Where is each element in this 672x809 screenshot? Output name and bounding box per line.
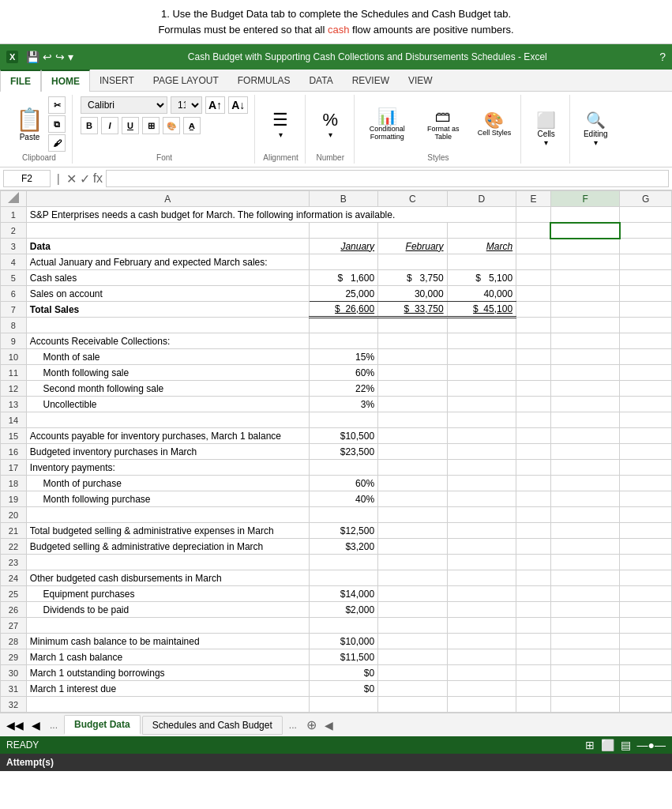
- cell-E9[interactable]: [516, 333, 551, 349]
- cell-G24[interactable]: [620, 570, 672, 586]
- cell-C13[interactable]: [378, 397, 447, 412]
- cell-G23[interactable]: [620, 555, 672, 570]
- tab-more-right[interactable]: ...: [284, 718, 302, 732]
- cell-C17[interactable]: [378, 460, 447, 476]
- cell-A18[interactable]: Month of purchase: [26, 476, 309, 491]
- cell-G6[interactable]: [620, 286, 672, 302]
- cell-E11[interactable]: [516, 365, 551, 381]
- cell-B28[interactable]: $10,000: [309, 634, 377, 649]
- cell-A17[interactable]: Inventory payments:: [26, 460, 309, 476]
- cell-D25[interactable]: [447, 586, 516, 602]
- cell-C23[interactable]: [378, 555, 447, 570]
- help-icon[interactable]: ?: [659, 51, 666, 63]
- confirm-formula-icon[interactable]: ✓: [80, 171, 90, 186]
- cell-E32[interactable]: [516, 697, 551, 713]
- cell-B17[interactable]: [309, 460, 377, 476]
- cell-A1[interactable]: S&P Enterprises needs a cash budget for …: [26, 207, 516, 223]
- cell-G10[interactable]: [620, 349, 672, 365]
- cell-F1[interactable]: [550, 207, 619, 223]
- cell-F8[interactable]: [550, 318, 619, 333]
- cell-E8[interactable]: [516, 318, 551, 333]
- cell-D28[interactable]: [447, 634, 516, 649]
- cell-C10[interactable]: [378, 349, 447, 365]
- editing-button[interactable]: 🔍 Editing ▾: [580, 109, 611, 149]
- cell-A11[interactable]: Month following sale: [26, 365, 309, 381]
- row-header-15[interactable]: 15: [1, 428, 27, 444]
- cell-A14[interactable]: [26, 412, 309, 428]
- alignment-button[interactable]: ☰ ▾: [269, 108, 291, 141]
- cell-F17[interactable]: [550, 460, 619, 476]
- cell-F32[interactable]: [550, 697, 619, 713]
- bold-button[interactable]: B: [81, 117, 98, 134]
- cell-E23[interactable]: [516, 555, 551, 570]
- cell-A27[interactable]: [26, 618, 309, 634]
- font-size-selector[interactable]: 11: [171, 96, 202, 114]
- cell-B6[interactable]: 25,000: [309, 286, 377, 302]
- cell-D18[interactable]: [447, 476, 516, 491]
- cell-C30[interactable]: [378, 665, 447, 681]
- cell-F26[interactable]: [550, 602, 619, 618]
- paste-button[interactable]: 📋 Paste: [13, 103, 47, 145]
- cell-A6[interactable]: Sales on account: [26, 286, 309, 302]
- cell-F11[interactable]: [550, 365, 619, 381]
- cell-G22[interactable]: [620, 539, 672, 555]
- cell-E30[interactable]: [516, 665, 551, 681]
- cell-G1[interactable]: [620, 207, 672, 223]
- cell-D10[interactable]: [447, 349, 516, 365]
- cell-D17[interactable]: [447, 460, 516, 476]
- cell-B31[interactable]: $0: [309, 681, 377, 697]
- cell-B3[interactable]: January: [309, 239, 377, 254]
- cell-D6[interactable]: 40,000: [447, 286, 516, 302]
- row-header-11[interactable]: 11: [1, 365, 27, 381]
- cell-F18[interactable]: [550, 476, 619, 491]
- cell-E14[interactable]: [516, 412, 551, 428]
- redo-icon[interactable]: ↪: [54, 51, 66, 63]
- cell-F19[interactable]: [550, 491, 619, 507]
- cell-A7[interactable]: Total Sales: [26, 302, 309, 318]
- cell-A24[interactable]: Other budgeted cash disbursements in Mar…: [26, 570, 309, 586]
- cell-F28[interactable]: [550, 634, 619, 649]
- cell-B4[interactable]: [309, 254, 377, 270]
- cell-B5[interactable]: $ 1,600: [309, 270, 377, 286]
- cell-E16[interactable]: [516, 444, 551, 460]
- cell-C16[interactable]: [378, 444, 447, 460]
- cell-F27[interactable]: [550, 618, 619, 634]
- cell-E26[interactable]: [516, 602, 551, 618]
- cell-E12[interactable]: [516, 381, 551, 397]
- cell-C14[interactable]: [378, 412, 447, 428]
- cell-C21[interactable]: [378, 523, 447, 539]
- cell-B15[interactable]: $10,500: [309, 428, 377, 444]
- cell-G5[interactable]: [620, 270, 672, 286]
- cell-A15[interactable]: Accounts payable for inventory purchases…: [26, 428, 309, 444]
- save-icon[interactable]: 💾: [24, 51, 41, 63]
- cell-B8[interactable]: [309, 318, 377, 333]
- row-header-21[interactable]: 21: [1, 523, 27, 539]
- cell-E17[interactable]: [516, 460, 551, 476]
- cell-C24[interactable]: [378, 570, 447, 586]
- cell-D12[interactable]: [447, 381, 516, 397]
- cell-F22[interactable]: [550, 539, 619, 555]
- cell-E25[interactable]: [516, 586, 551, 602]
- cell-D21[interactable]: [447, 523, 516, 539]
- cell-B24[interactable]: [309, 570, 377, 586]
- cell-E3[interactable]: [516, 239, 551, 254]
- row-header-12[interactable]: 12: [1, 381, 27, 397]
- cell-A22[interactable]: Budgeted selling & administrative deprec…: [26, 539, 309, 555]
- cell-B25[interactable]: $14,000: [309, 586, 377, 602]
- cell-A23[interactable]: [26, 555, 309, 570]
- cell-C6[interactable]: 30,000: [378, 286, 447, 302]
- row-header-6[interactable]: 6: [1, 286, 27, 302]
- cell-C9[interactable]: [378, 333, 447, 349]
- cell-F31[interactable]: [550, 681, 619, 697]
- cell-G18[interactable]: [620, 476, 672, 491]
- cell-D23[interactable]: [447, 555, 516, 570]
- cell-F3[interactable]: [550, 239, 619, 254]
- cell-A32[interactable]: [26, 697, 309, 713]
- cell-G27[interactable]: [620, 618, 672, 634]
- cell-F25[interactable]: [550, 586, 619, 602]
- tab-prev-icon[interactable]: ◀: [28, 717, 43, 733]
- cell-E18[interactable]: [516, 476, 551, 491]
- cell-D30[interactable]: [447, 665, 516, 681]
- row-header-27[interactable]: 27: [1, 618, 27, 634]
- cell-E20[interactable]: [516, 507, 551, 523]
